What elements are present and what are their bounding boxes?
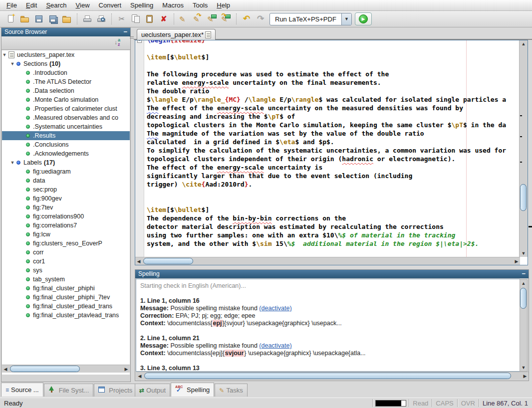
scroll-left-icon[interactable]: ◀ (135, 258, 142, 265)
tree-item[interactable]: data (2, 176, 130, 185)
print-button[interactable] (81, 12, 94, 25)
undo-button[interactable]: ↶ (240, 12, 253, 25)
chevron-down-icon[interactable]: ▼ (341, 13, 351, 25)
scrollbar-thumb[interactable] (10, 366, 80, 372)
minimize-icon[interactable]: − (123, 28, 127, 35)
save-button[interactable] (32, 12, 45, 25)
tree-item[interactable]: fig:clusters_reso_EoverP (2, 239, 130, 248)
spelling-horizontal-scrollbar[interactable]: ◀ ▶ (136, 372, 529, 380)
tree-item[interactable]: .Acknowledgements (2, 149, 130, 158)
tree-item[interactable]: .Conclusions (2, 140, 130, 149)
spelling-vertical-scrollbar[interactable]: ▲ ▼ (520, 279, 528, 372)
sidebar-tab-filesyst[interactable]: File Syst... (44, 384, 94, 397)
tree-item[interactable]: sys (2, 266, 130, 275)
tree-item[interactable]: .The ATLAS Detector (2, 77, 130, 86)
fold-marker-icon[interactable]: − (137, 40, 142, 43)
menu-convert[interactable]: Convert (94, 0, 126, 10)
open-button[interactable] (18, 12, 31, 25)
tree-item[interactable]: fig:final_cluster_ptavlead_trans (2, 311, 130, 320)
bottom-tab-output[interactable]: ⇄Output (135, 384, 170, 397)
tree-item[interactable]: fig:final_cluster_ptlead_trans (2, 302, 130, 311)
unindent-button[interactable]: ✎↷ (192, 12, 205, 25)
tree-item[interactable]: cor1 (2, 257, 130, 266)
tree-item[interactable]: fig:final_cluster_phiphi_7tev (2, 293, 130, 302)
menu-help[interactable]: Help (212, 0, 235, 10)
editor-tab[interactable]: ueclusters_paper.tex* (137, 29, 216, 40)
scroll-up-icon[interactable]: ▲ (520, 280, 527, 287)
editor-vertical-scrollbar[interactable]: ▲ ▼ (519, 40, 528, 257)
tree-item[interactable]: fig:final_cluster_phiphi (2, 284, 130, 293)
expander-icon[interactable]: ▼ (10, 160, 15, 165)
tree-item[interactable]: fig:correlations900 (2, 212, 130, 221)
tree-item[interactable]: .Monte Carlo simulation (2, 95, 130, 104)
tree-item[interactable]: .Data selection (2, 86, 130, 95)
menu-edit[interactable]: Edit (21, 0, 41, 10)
tree-item[interactable]: .Introduction (2, 68, 130, 77)
delete-button[interactable]: ✘ (157, 12, 170, 25)
uncomment-button[interactable]: ✎↷ (220, 12, 233, 25)
bottom-tab-tasks[interactable]: ✎Tasks (215, 384, 247, 397)
scroll-right-icon[interactable]: ▶ (513, 258, 520, 265)
tab-label: Projects (109, 387, 132, 394)
sidebar-tab-projects[interactable]: Projects (94, 384, 137, 397)
tree-item[interactable]: .Measured observables and co (2, 113, 130, 122)
scroll-down-icon[interactable]: ▼ (520, 250, 527, 257)
tree-group-labels[interactable]: ▼Labels(17) (2, 158, 130, 167)
save-all-button[interactable] (46, 12, 59, 25)
scroll-left-icon[interactable]: ◀ (2, 366, 9, 373)
menu-search[interactable]: Search (41, 0, 71, 10)
deactivate-link[interactable]: (deactivate) (259, 305, 291, 312)
sort-az-button[interactable]: ↓ az (114, 38, 125, 48)
new-file-button[interactable]: ✦ (4, 12, 17, 25)
tree-item[interactable]: .Results (2, 131, 130, 140)
tree-item[interactable]: .Properties of calorimeter clust (2, 104, 130, 113)
tree-item[interactable]: fig:900gev (2, 194, 130, 203)
run-button[interactable]: ▶ (355, 12, 372, 25)
scrollbar-thumb[interactable] (144, 373, 511, 379)
expander-icon[interactable]: ▼ (10, 61, 15, 66)
scrollbar-thumb[interactable] (143, 258, 193, 264)
indent-button[interactable]: ✎ (178, 12, 191, 25)
close-file-button[interactable] (60, 12, 73, 25)
menu-macros[interactable]: Macros (158, 0, 188, 10)
editor-text-area[interactable]: \begin{itemize} \item[$\bullet$] The fol… (144, 40, 520, 257)
copy-button[interactable] (129, 12, 142, 25)
sidebar-tab-source[interactable]: ≡Source ... (1, 383, 43, 397)
deactivate-link[interactable]: (deactivate) (259, 342, 291, 349)
scrollbar-thumb[interactable] (520, 288, 527, 309)
bottom-tab-spelling[interactable]: ABC✓Spelling (171, 383, 214, 397)
cut-button[interactable]: ✂ (115, 12, 128, 25)
tree-item[interactable]: corr (2, 248, 130, 257)
sidebar-horizontal-scrollbar[interactable]: ◀ ▶ (2, 365, 130, 373)
comment-button[interactable]: ✎ (206, 12, 219, 25)
scroll-down-icon[interactable]: ▼ (520, 364, 527, 371)
tree-item[interactable]: fig:7tev (2, 203, 130, 212)
print-preview-button[interactable] (95, 12, 108, 25)
editor-horizontal-scrollbar[interactable]: ◀ ▶ (135, 257, 520, 265)
tree-group-sections[interactable]: ▼Sections(10) (2, 59, 130, 68)
editor[interactable]: − \begin{itemize} \item[$\bullet$] The f… (135, 40, 528, 265)
scroll-right-icon[interactable]: ▶ (123, 366, 130, 373)
code-segment: $ of (279, 113, 295, 120)
scroll-left-icon[interactable]: ◀ (136, 373, 143, 380)
tree-item[interactable]: fig:lcw (2, 230, 130, 239)
document-tree: ▼ueclusters_paper.tex▼Sections(10).Intro… (2, 50, 130, 375)
minimize-icon[interactable]: − (522, 270, 526, 277)
tree-item[interactable]: .Systematic uncertainties (2, 122, 130, 131)
run-command-select[interactable]: Run LaTeX+PS+PDF ▼ (269, 13, 352, 25)
tree-item[interactable]: fig:uediagram (2, 167, 130, 176)
redo-button[interactable]: ↷ (254, 12, 267, 25)
tree-root-item[interactable]: ▼ueclusters_paper.tex (2, 50, 130, 59)
expander-icon[interactable]: ▼ (2, 52, 7, 57)
scrollbar-thumb[interactable] (520, 184, 527, 211)
tree-item[interactable]: sec:prop (2, 185, 130, 194)
menu-tools[interactable]: Tools (188, 0, 212, 10)
tree-item[interactable]: tab_system (2, 275, 130, 284)
tree-item[interactable]: fig:correlations7 (2, 221, 130, 230)
paste-button[interactable] (143, 12, 156, 25)
menu-view[interactable]: View (71, 0, 94, 10)
scroll-up-icon[interactable]: ▲ (520, 40, 527, 47)
menu-file[interactable]: File (2, 0, 21, 10)
scroll-right-icon[interactable]: ▶ (522, 373, 529, 380)
menu-spelling[interactable]: Spelling (126, 0, 158, 10)
